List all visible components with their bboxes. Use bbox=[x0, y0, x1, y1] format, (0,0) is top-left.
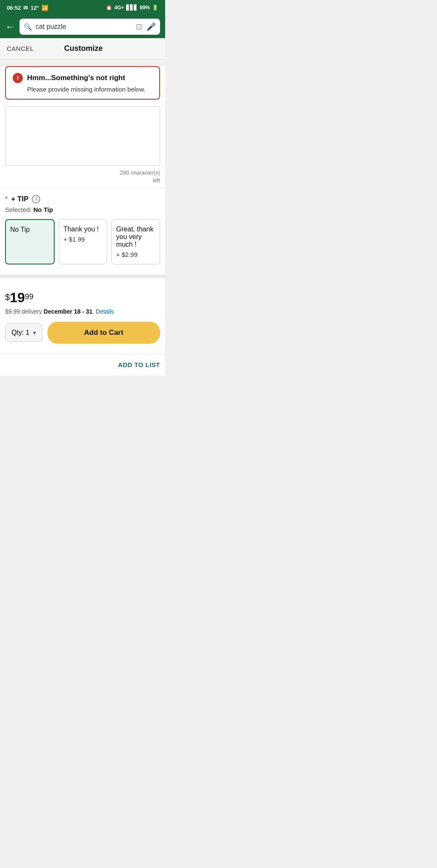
mail-icon: ✉ bbox=[23, 5, 28, 11]
tip-options: No Tip Thank you ! + $1.99 Great, thank … bbox=[5, 219, 160, 264]
wifi-icon: 📶 bbox=[41, 5, 48, 11]
alarm-icon: ⏰ bbox=[106, 5, 112, 11]
delivery-cost: $9.99 delivery bbox=[5, 308, 42, 315]
quantity-selector[interactable]: Qty: 1 ▾ bbox=[5, 323, 42, 342]
search-bar: ← 🔍 cat puzzle ⊡ 🎤 bbox=[0, 15, 165, 38]
char-count-number: 200 character(s) bbox=[120, 170, 160, 176]
tip-option-amount-1: + $1.99 bbox=[64, 236, 103, 243]
search-wrapper: 🔍 cat puzzle ⊡ 🎤 bbox=[19, 19, 160, 35]
tip-option-name-0: No Tip bbox=[10, 226, 50, 234]
tip-option-no-tip[interactable]: No Tip bbox=[5, 219, 55, 264]
signal-icon: ▋▋▋ bbox=[126, 5, 138, 11]
status-right: ⏰ 4G+ ▋▋▋ 89% 🔋 bbox=[106, 5, 158, 11]
tip-option-name-2: Great, thank you very much ! bbox=[116, 225, 155, 248]
textarea-section: 200 character(s) left bbox=[0, 106, 165, 188]
details-link[interactable]: Details bbox=[96, 308, 114, 315]
error-icon: ! bbox=[13, 73, 23, 83]
price-decimal: 99 bbox=[25, 292, 33, 301]
tip-header: * + TIP i bbox=[5, 195, 160, 203]
cart-row: Qty: 1 ▾ Add to Cart bbox=[5, 322, 160, 344]
microphone-icon[interactable]: 🎤 bbox=[147, 22, 156, 31]
char-count-suffix: left bbox=[153, 177, 160, 184]
tip-section: * + TIP i Selected: No Tip No Tip Thank … bbox=[0, 188, 165, 270]
camera-icon[interactable]: ⊡ bbox=[136, 22, 142, 31]
battery-label: 89% bbox=[140, 5, 150, 11]
add-to-list-section: ADD TO LIST bbox=[0, 354, 165, 376]
status-bar: 06:52 ✉ 12° 📶 ⏰ 4G+ ▋▋▋ 89% 🔋 bbox=[0, 0, 165, 15]
delivery-date: December 18 - 31 bbox=[44, 308, 92, 315]
custom-text-input[interactable] bbox=[5, 106, 160, 166]
tip-selected-display: Selected: No Tip bbox=[5, 206, 160, 213]
add-to-list-button[interactable]: ADD TO LIST bbox=[118, 361, 160, 368]
tip-selected-value: No Tip bbox=[33, 206, 53, 213]
price-integer: 19 bbox=[10, 290, 25, 305]
price-display: $1999 bbox=[5, 290, 160, 306]
status-left: 06:52 ✉ 12° 📶 bbox=[7, 5, 48, 11]
tip-option-name-1: Thank you ! bbox=[64, 225, 103, 233]
section-divider bbox=[0, 275, 165, 278]
price-currency: $ bbox=[5, 292, 10, 302]
error-message: Please provide missing information below… bbox=[13, 86, 152, 93]
main-content: ! Hmm...Something's not right Please pro… bbox=[0, 66, 165, 376]
add-to-cart-button[interactable]: Add to Cart bbox=[47, 322, 160, 344]
tip-option-great-thankyou[interactable]: Great, thank you very much ! + $2.99 bbox=[111, 219, 160, 264]
battery-icon: 🔋 bbox=[152, 5, 158, 11]
back-button[interactable]: ← bbox=[5, 21, 15, 33]
error-title-text: Hmm...Something's not right bbox=[27, 74, 125, 82]
temperature: 12° bbox=[30, 5, 39, 11]
required-indicator: * bbox=[5, 195, 8, 203]
qty-label: Qty: 1 bbox=[11, 329, 30, 337]
search-query: cat puzzle bbox=[36, 23, 133, 31]
customize-title: Customize bbox=[34, 44, 133, 53]
char-count: 200 character(s) left bbox=[5, 169, 160, 184]
search-actions: ⊡ 🎤 bbox=[136, 22, 156, 31]
error-title: ! Hmm...Something's not right bbox=[13, 73, 152, 83]
delivery-info: $9.99 delivery December 18 - 31. Details bbox=[5, 308, 160, 315]
qty-dropdown-arrow: ▾ bbox=[33, 329, 36, 336]
tip-label: + TIP bbox=[11, 195, 28, 203]
tip-option-amount-2: + $2.99 bbox=[116, 251, 155, 258]
tip-info-icon[interactable]: i bbox=[32, 195, 40, 203]
pricing-section: $1999 $9.99 delivery December 18 - 31. D… bbox=[0, 283, 165, 354]
tip-option-thankyou[interactable]: Thank you ! + $1.99 bbox=[59, 219, 108, 264]
error-banner: ! Hmm...Something's not right Please pro… bbox=[5, 66, 160, 100]
tip-selected-label: Selected: bbox=[5, 206, 32, 213]
customize-header: CANCEL Customize bbox=[0, 38, 165, 59]
network-label: 4G+ bbox=[114, 5, 124, 11]
time: 06:52 bbox=[7, 5, 21, 11]
search-icon: 🔍 bbox=[24, 23, 32, 31]
cancel-button[interactable]: CANCEL bbox=[7, 45, 34, 52]
